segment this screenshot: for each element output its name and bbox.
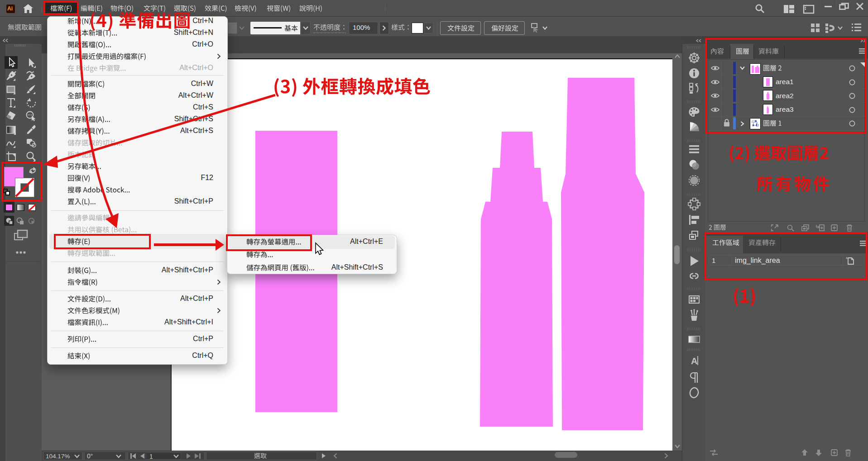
svg-text:A: A (691, 356, 697, 366)
